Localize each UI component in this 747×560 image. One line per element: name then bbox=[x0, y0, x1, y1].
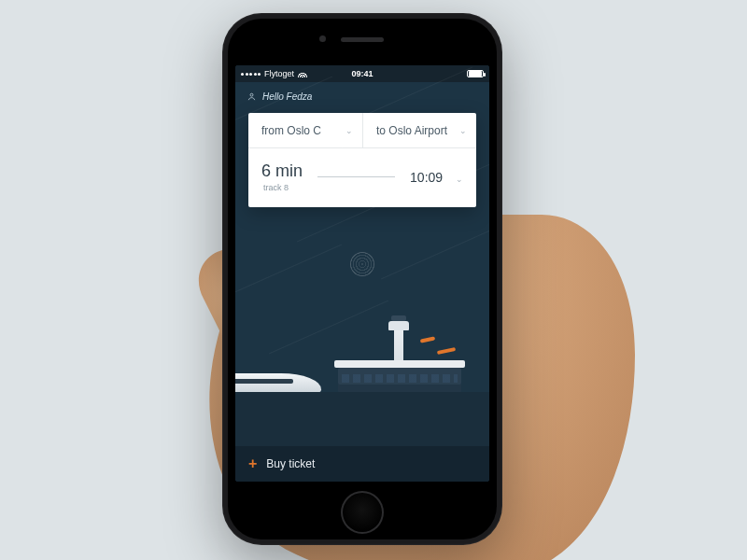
departure-block: 6 min track 8 bbox=[261, 161, 303, 192]
status-bar: Flytoget 09:41 bbox=[235, 65, 489, 82]
departure-countdown: 6 min bbox=[261, 161, 303, 181]
wifi-icon bbox=[298, 70, 307, 77]
from-station-label: from Oslo C bbox=[261, 124, 321, 137]
landscape-illustration bbox=[235, 287, 489, 446]
app-screen: Flytoget 09:41 Hello Fedza from Oslo C ⌄ bbox=[235, 65, 489, 482]
chevron-down-icon: ⌄ bbox=[459, 127, 467, 135]
chevron-down-icon: ⌄ bbox=[345, 127, 353, 135]
journey-card: from Oslo C ⌄ to Oslo Airport ⌄ 6 min tr… bbox=[248, 113, 476, 207]
carrier-label: Flytoget bbox=[264, 69, 294, 78]
home-button[interactable] bbox=[341, 491, 384, 534]
greeting-row: Hello Fedza bbox=[235, 82, 489, 109]
battery-icon bbox=[467, 70, 484, 77]
journey-line bbox=[317, 176, 395, 177]
buy-ticket-label: Buy ticket bbox=[266, 457, 315, 470]
to-station-label: to Oslo Airport bbox=[376, 124, 447, 137]
buy-ticket-button[interactable]: + Buy ticket bbox=[235, 446, 489, 482]
from-station-select[interactable]: from Oslo C ⌄ bbox=[248, 113, 362, 147]
airplane-icon bbox=[420, 336, 435, 343]
greeting-text: Hello Fedza bbox=[262, 91, 312, 102]
time-row: 6 min track 8 10:09 ⌄ bbox=[248, 148, 476, 207]
person-icon bbox=[247, 91, 257, 102]
radar-icon bbox=[350, 252, 374, 276]
airport-terminal-icon bbox=[338, 353, 461, 392]
svg-point-0 bbox=[250, 93, 253, 96]
to-station-select[interactable]: to Oslo Airport ⌄ bbox=[362, 113, 476, 147]
train-icon bbox=[235, 373, 321, 392]
arrival-time: 10:09 bbox=[410, 170, 443, 185]
plus-icon: + bbox=[248, 456, 257, 471]
phone-camera bbox=[319, 35, 326, 42]
station-row: from Oslo C ⌄ to Oslo Airport ⌄ bbox=[248, 113, 476, 148]
phone-device-frame: Flytoget 09:41 Hello Fedza from Oslo C ⌄ bbox=[222, 13, 502, 545]
signal-strength-icon bbox=[241, 73, 261, 76]
arrival-time-select[interactable]: 10:09 ⌄ bbox=[410, 170, 463, 185]
phone-speaker bbox=[341, 37, 384, 42]
chevron-down-icon: ⌄ bbox=[456, 175, 463, 184]
track-label: track 8 bbox=[261, 183, 303, 192]
clock: 09:41 bbox=[351, 69, 373, 78]
